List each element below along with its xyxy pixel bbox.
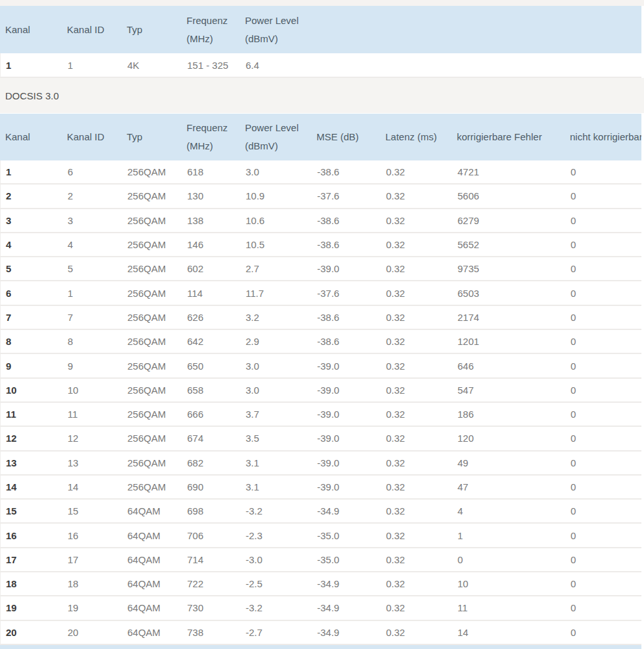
table-body: 16256QAM6183.0-38.60.324721022256QAM1301… [0, 160, 641, 645]
table-cell: 18 [1, 572, 62, 595]
table-cell: 0.32 [381, 403, 452, 426]
table-cell: 1 [62, 53, 122, 77]
column-header-power-level: Power Level (dBmV) [240, 114, 311, 160]
table-cell: -2.7 [240, 621, 312, 644]
table-cell: 3.1 [240, 452, 312, 474]
table-cell: 0 [565, 427, 641, 450]
table-cell: 0 [565, 281, 641, 304]
table-cell: 0 [565, 621, 641, 644]
table-cell: 0 [565, 379, 641, 401]
table-cell: -34.9 [312, 500, 381, 522]
table-cell: 146 [182, 233, 240, 256]
column-header-korrigierbare-fehler: korrigierbare Fehler [452, 114, 565, 160]
table-cell: 5606 [452, 185, 565, 207]
table-cell: 10 [62, 379, 122, 401]
table-cell: 682 [182, 452, 240, 474]
section-title-label: DOCSIS 3.0 [5, 90, 59, 101]
table-cell: 256QAM [122, 330, 182, 353]
table-cell: 64QAM [122, 621, 182, 644]
table-cell: -39.0 [312, 354, 381, 377]
table-cell: 256QAM [122, 452, 182, 474]
table-cell: 8 [1, 330, 62, 353]
table-cell: 547 [452, 379, 565, 401]
table-cell: 0.32 [381, 233, 452, 256]
table-cell: -3.2 [240, 596, 312, 619]
table-cell: 3 [62, 209, 122, 232]
table-row: 171764QAM714-3.0-35.00.3200 [0, 548, 641, 572]
table-cell: 0.32 [381, 379, 452, 401]
table-cell: 0 [565, 548, 641, 571]
table-row: 61256QAM11411.7-37.60.3265030 [0, 281, 641, 305]
table-cell: 10.9 [240, 185, 312, 207]
table-cell: -39.0 [312, 476, 381, 498]
table-cell: 3.5 [240, 427, 312, 450]
table-cell: 0 [565, 233, 641, 256]
table-cell: 0.32 [381, 524, 452, 546]
table-cell: 10.5 [240, 233, 312, 256]
column-header-kanal: Kanal [0, 6, 62, 53]
table-cell: 64QAM [122, 500, 182, 522]
table-cell: 0 [565, 209, 641, 232]
table-cell: 64QAM [122, 596, 182, 619]
table-cell: 120 [452, 427, 565, 450]
table-cell: 151 - 325 [182, 53, 240, 77]
table-row: 1414256QAM6903.1-39.00.32470 [0, 476, 641, 500]
table-cell: 64QAM [122, 572, 182, 595]
table-cell: -2.3 [240, 524, 312, 546]
table-cell: 0.32 [381, 209, 452, 232]
table-cell: 11 [1, 403, 62, 426]
table-cell: 256QAM [122, 379, 182, 401]
table-cell: 17 [62, 548, 122, 571]
table-cell: 3.0 [240, 354, 312, 377]
table-cell: 49 [452, 452, 565, 474]
column-header-kanal-id: Kanal ID [62, 114, 122, 160]
table-cell: 256QAM [122, 427, 182, 450]
table-row: 77256QAM6263.2-38.60.3221740 [0, 306, 641, 330]
table-cell: 256QAM [122, 281, 182, 304]
next-table-header-strip [0, 645, 641, 649]
table-cell: 0.32 [381, 354, 452, 377]
table-row: 114K151 - 3256.4 [0, 53, 641, 78]
table-cell: 0 [565, 185, 641, 207]
table-cell: 256QAM [122, 354, 182, 377]
column-header-frequenz: Frequenz (MHz) [181, 6, 240, 53]
table-cell: 0.32 [381, 621, 452, 644]
table-cell: 674 [182, 427, 240, 450]
table-cell: 5652 [452, 233, 565, 256]
table-cell: 0 [565, 572, 641, 595]
column-header-kanal-id: Kanal ID [62, 6, 122, 53]
table-cell: 730 [182, 596, 240, 619]
table-cell: 3 [1, 209, 62, 232]
table-row: 55256QAM6022.7-39.00.3297350 [0, 257, 641, 281]
table-cell: 0 [565, 476, 641, 498]
table-cell: -35.0 [312, 548, 381, 571]
table-row: 99256QAM6503.0-39.00.326460 [0, 354, 641, 378]
table-cell: 738 [182, 621, 240, 644]
table-cell: 138 [182, 209, 240, 232]
table-cell: 1 [452, 524, 565, 546]
table-cell: -3.2 [240, 500, 312, 522]
table-cell: 10 [1, 379, 62, 401]
table-cell: 256QAM [122, 476, 182, 498]
table-cell: 650 [182, 354, 240, 377]
column-header-nicht-korrigierbare-fehler: nicht korrigierbare Fehler [565, 114, 641, 160]
column-header-typ: Typ [122, 114, 181, 160]
table-row: 191964QAM730-3.2-34.90.32110 [0, 596, 641, 620]
column-header-frequenz: Frequenz (MHz) [181, 114, 240, 160]
table-cell: 17 [1, 548, 62, 571]
table-cell: 0.32 [381, 572, 452, 595]
table-cell: -39.0 [312, 403, 381, 426]
table-cell: 0.32 [381, 306, 452, 329]
table-cell: 0.32 [381, 160, 452, 183]
table-cell: -38.6 [312, 330, 381, 353]
table-cell: 114 [182, 281, 240, 304]
table-cell: 666 [182, 403, 240, 426]
table-cell: -39.0 [312, 427, 381, 450]
table-cell: -38.6 [312, 209, 381, 232]
table-cell: 0.32 [381, 185, 452, 207]
table-cell: 10.6 [240, 209, 312, 232]
table-cell: 626 [182, 306, 240, 329]
table-cell: 6.4 [240, 53, 641, 77]
table-row: 151564QAM698-3.2-34.90.3240 [0, 500, 641, 524]
table-cell: 714 [182, 548, 240, 571]
